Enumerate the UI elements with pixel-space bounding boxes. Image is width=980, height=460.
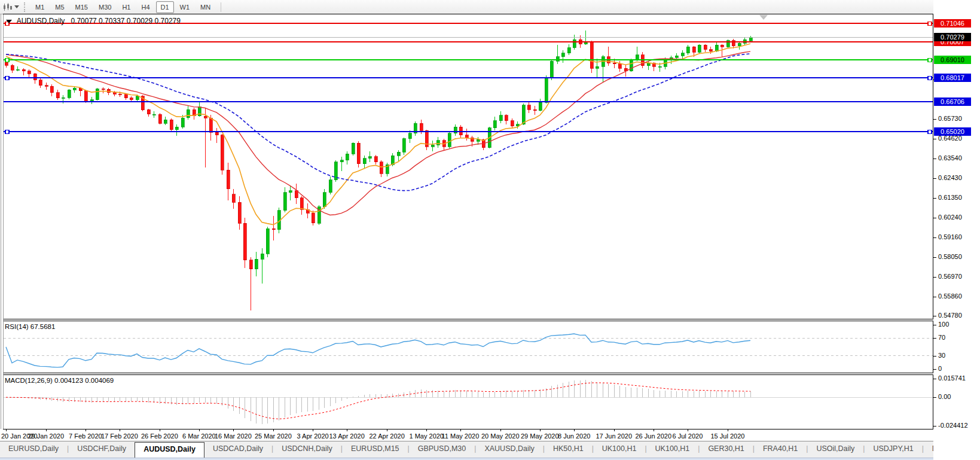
candle-body bbox=[170, 120, 173, 130]
candle-body bbox=[164, 120, 167, 123]
candle-body bbox=[567, 48, 570, 53]
candle-body bbox=[522, 105, 525, 124]
symbol-dropdown-arrow-icon[interactable] bbox=[6, 20, 12, 23]
candle-body bbox=[721, 45, 723, 47]
candle-body bbox=[272, 229, 275, 230]
candle-body bbox=[152, 114, 155, 115]
candle-body bbox=[323, 193, 326, 207]
panel-border bbox=[4, 375, 933, 429]
level-anchor-handle[interactable] bbox=[5, 76, 9, 80]
candle-body bbox=[102, 89, 105, 90]
price-chart-canvas[interactable] bbox=[0, 0, 933, 460]
macd-tick-label: 0.00 bbox=[938, 393, 951, 400]
candle-body bbox=[499, 115, 502, 121]
candle-body bbox=[357, 143, 360, 164]
candle-body bbox=[726, 41, 729, 47]
candle-body bbox=[397, 152, 400, 156]
chart-symbol-label: AUDUSD,Daily bbox=[17, 17, 65, 25]
price-tick-mark bbox=[933, 218, 936, 218]
candle-body bbox=[221, 135, 224, 170]
price-tick-label: 0.60240 bbox=[938, 214, 962, 221]
candle-body bbox=[198, 107, 201, 116]
candle-body bbox=[658, 66, 661, 67]
rsi-tick-mark bbox=[933, 338, 936, 339]
level-anchor-handle[interactable] bbox=[5, 58, 9, 62]
candle-body bbox=[459, 127, 462, 135]
candle-body bbox=[175, 127, 178, 130]
candle-body bbox=[380, 162, 383, 174]
candle-body bbox=[136, 96, 139, 100]
moving-average-line-9 bbox=[6, 44, 750, 225]
candle-body bbox=[181, 118, 184, 127]
candle-body bbox=[618, 64, 621, 69]
candle-body bbox=[312, 213, 315, 223]
moving-average-line-20 bbox=[6, 51, 750, 215]
candle-body bbox=[45, 86, 48, 87]
candle-body bbox=[232, 194, 235, 203]
level-anchor-handle[interactable] bbox=[928, 76, 932, 80]
macd-signal-line bbox=[6, 383, 750, 419]
rsi-indicator-label: RSI(14) 67.5681 bbox=[5, 323, 55, 330]
price-tick-label: 0.63540 bbox=[938, 154, 962, 162]
candle-body bbox=[590, 42, 593, 69]
candle-body bbox=[738, 43, 741, 46]
candle-body bbox=[420, 123, 423, 130]
price-level-badge: 0.71046 bbox=[934, 19, 971, 28]
candle-body bbox=[243, 223, 246, 260]
candle-body bbox=[352, 143, 355, 154]
chart-title: AUDUSD,Daily 0.70077 0.70337 0.70029 0.7… bbox=[6, 17, 181, 25]
price-tick-label: 0.59160 bbox=[938, 233, 962, 240]
rsi-tick-mark bbox=[933, 369, 936, 370]
candle-body bbox=[408, 133, 411, 139]
price-tick-mark bbox=[933, 237, 936, 238]
candle-body bbox=[329, 180, 332, 193]
macd-tick-mark bbox=[933, 426, 936, 427]
candle-body bbox=[692, 47, 695, 52]
candle-body bbox=[130, 98, 133, 100]
candle-body bbox=[68, 90, 71, 98]
chart-ohlc-values: 0.70077 0.70337 0.70029 0.70279 bbox=[71, 17, 181, 25]
candle-body bbox=[402, 139, 405, 153]
candle-body bbox=[39, 80, 42, 86]
candle-body bbox=[715, 45, 718, 51]
price-tick-mark bbox=[933, 178, 936, 179]
candle-body bbox=[215, 132, 218, 135]
candle-body bbox=[147, 109, 150, 114]
candle-body bbox=[204, 116, 207, 118]
candle-body bbox=[749, 37, 752, 41]
chart-shift-marker-icon[interactable] bbox=[759, 15, 768, 20]
price-tick-mark bbox=[933, 159, 936, 159]
candle-body bbox=[295, 191, 298, 198]
price-tick-mark bbox=[933, 198, 936, 199]
candle-body bbox=[22, 69, 25, 71]
price-tick-label: 0.56970 bbox=[938, 273, 962, 280]
candle-body bbox=[561, 53, 564, 57]
price-tick-mark bbox=[933, 257, 936, 258]
candle-body bbox=[368, 157, 371, 159]
candle-body bbox=[96, 89, 99, 100]
candle-body bbox=[533, 109, 536, 111]
price-level-badge: 0.69010 bbox=[934, 56, 971, 64]
level-anchor-handle[interactable] bbox=[928, 58, 932, 62]
level-anchor-handle[interactable] bbox=[928, 22, 932, 25]
candle-body bbox=[56, 93, 59, 98]
candle-body bbox=[266, 229, 269, 254]
candle-body bbox=[158, 114, 161, 123]
candle-body bbox=[118, 94, 121, 95]
candle-body bbox=[516, 124, 519, 126]
candle-body bbox=[704, 45, 707, 50]
candle-body bbox=[511, 121, 514, 126]
candle-body bbox=[573, 39, 576, 48]
candle-body bbox=[238, 202, 241, 223]
level-anchor-handle[interactable] bbox=[928, 130, 932, 133]
candle-body bbox=[113, 93, 116, 94]
candle-body bbox=[16, 69, 19, 70]
level-anchor-handle[interactable] bbox=[5, 130, 9, 133]
candle-body bbox=[545, 78, 548, 103]
candle-body bbox=[391, 156, 394, 164]
candle-body bbox=[505, 115, 508, 121]
candle-body bbox=[73, 88, 76, 90]
candle-body bbox=[681, 53, 684, 56]
candle-body bbox=[596, 66, 599, 68]
candle-body bbox=[255, 259, 258, 269]
